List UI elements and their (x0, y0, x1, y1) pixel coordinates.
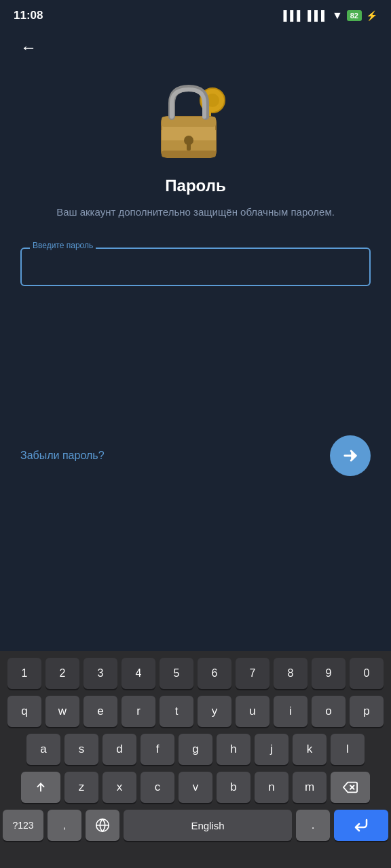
next-button[interactable] (330, 435, 371, 476)
lock-key-icon (151, 75, 240, 163)
page-title: Пароль (20, 176, 371, 195)
signal-icon-2: ▌▌▌ (308, 10, 328, 21)
lock-icon-container (20, 75, 371, 163)
lightning-icon: ⚡ (366, 10, 377, 21)
svg-rect-11 (187, 142, 191, 151)
key-l[interactable]: l (331, 734, 365, 765)
keyboard-row-3: z x c v b n m (3, 772, 388, 803)
key-s[interactable]: s (64, 734, 98, 765)
back-button[interactable]: ← (20, 34, 48, 61)
key-j[interactable]: j (255, 734, 288, 765)
key-8[interactable]: 8 (274, 658, 308, 689)
key-t[interactable]: t (160, 696, 193, 727)
keyboard-row-2: a s d f g h j k l (3, 734, 388, 765)
key-o[interactable]: o (312, 696, 346, 727)
key-i[interactable]: i (274, 696, 308, 727)
key-k[interactable]: k (293, 734, 327, 765)
key-9[interactable]: 9 (312, 658, 346, 689)
key-d[interactable]: d (103, 734, 136, 765)
status-bar: 11:08 ▌▌▌ ▌▌▌ ▼ 82 ⚡ (0, 0, 391, 27)
battery-indicator: 82 (347, 10, 362, 21)
forgot-password-link[interactable]: Забыли пароль? (20, 450, 105, 462)
keyboard-number-row: 1 2 3 4 5 6 7 8 9 0 (3, 658, 388, 689)
key-v[interactable]: v (179, 772, 212, 803)
key-4[interactable]: 4 (122, 658, 155, 689)
key-5[interactable]: 5 (160, 658, 193, 689)
symbols-key[interactable]: ?123 (3, 810, 43, 841)
wifi-icon: ▼ (332, 9, 343, 22)
key-c[interactable]: c (141, 772, 174, 803)
key-n[interactable]: n (255, 772, 288, 803)
signal-icon: ▌▌▌ (283, 10, 303, 21)
comma-key[interactable]: , (48, 810, 81, 841)
page-subtitle: Ваш аккаунт дополнительно защищён облачн… (20, 205, 371, 220)
key-m[interactable]: m (293, 772, 327, 803)
key-g[interactable]: g (179, 734, 212, 765)
key-z[interactable]: z (64, 772, 98, 803)
keyboard-bottom-row: ?123 , English . (3, 810, 388, 841)
shift-key[interactable] (21, 772, 60, 803)
password-input[interactable] (20, 248, 371, 286)
input-label: Введите пароль (30, 241, 96, 250)
keyboard: 1 2 3 4 5 6 7 8 9 0 q w e r t y u i o p … (0, 651, 391, 868)
key-x[interactable]: x (103, 772, 136, 803)
key-7[interactable]: 7 (236, 658, 269, 689)
bottom-row: Забыли пароль? (20, 435, 371, 490)
key-y[interactable]: y (198, 696, 231, 727)
key-3[interactable]: 3 (83, 658, 117, 689)
arrow-right-icon (341, 446, 360, 465)
dot-key[interactable]: . (296, 810, 330, 841)
globe-key[interactable] (86, 810, 119, 841)
key-b[interactable]: b (217, 772, 250, 803)
key-q[interactable]: q (7, 696, 41, 727)
key-f[interactable]: f (141, 734, 174, 765)
key-p[interactable]: p (350, 696, 384, 727)
key-1[interactable]: 1 (7, 658, 41, 689)
key-w[interactable]: w (45, 696, 79, 727)
key-e[interactable]: e (83, 696, 117, 727)
key-u[interactable]: u (236, 696, 269, 727)
main-content: ← Пароль Ваш аккаунт дополнительно защищ… (0, 27, 391, 490)
status-time: 11:08 (14, 9, 43, 22)
key-2[interactable]: 2 (45, 658, 79, 689)
key-r[interactable]: r (122, 696, 155, 727)
svg-rect-9 (162, 151, 216, 157)
enter-key[interactable] (334, 810, 388, 841)
keyboard-row-1: q w e r t y u i o p (3, 696, 388, 727)
backspace-key[interactable] (331, 772, 370, 803)
key-a[interactable]: a (26, 734, 60, 765)
password-field-wrapper: Введите пароль (20, 248, 371, 286)
key-6[interactable]: 6 (198, 658, 231, 689)
key-0[interactable]: 0 (350, 658, 384, 689)
status-icons: ▌▌▌ ▌▌▌ ▼ 82 ⚡ (283, 9, 377, 22)
space-key[interactable]: English (124, 810, 292, 841)
key-h[interactable]: h (217, 734, 250, 765)
